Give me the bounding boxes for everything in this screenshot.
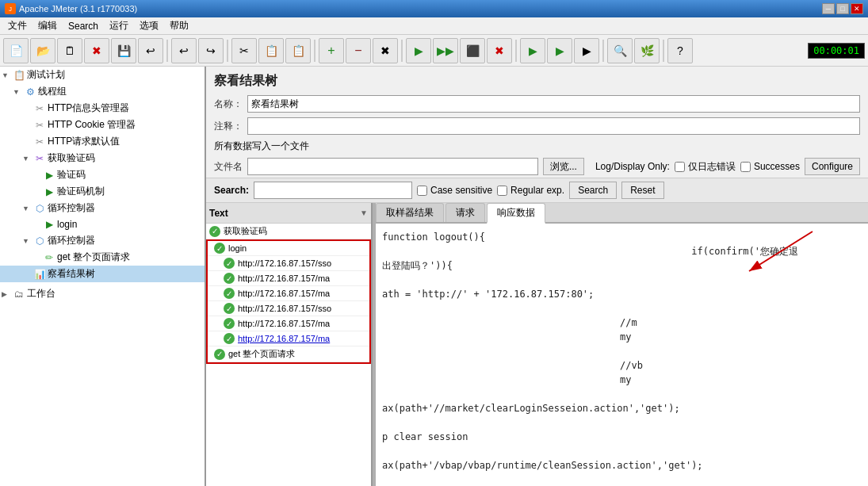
tree-label-http-header: HTTP信息头管理器 [48,101,129,115]
minimize-button[interactable]: ─ [822,3,835,14]
tree-item-results-tree[interactable]: 📊 察看结果树 [0,266,205,282]
tree-button[interactable]: 🌿 [634,38,660,63]
list-item-sub6[interactable]: ✓ http://172.16.87.157/ma [208,331,369,346]
menu-help[interactable]: 帮助 [165,17,193,34]
list-item-sub3[interactable]: ✓ http://172.16.87.157/ma [208,286,369,301]
list-item-login[interactable]: ✓ login [208,241,369,256]
status-ok-icon: ✓ [224,333,235,344]
remote3-button[interactable]: ▶ [574,38,599,63]
cut-button[interactable]: ✂ [231,38,257,63]
workbench-icon: 🗂 [13,288,25,300]
code-area[interactable]: function logout(){ if(confirm('您确定退 出登陆吗… [376,224,868,486]
list-dropdown-icon[interactable]: ▼ [360,209,368,217]
maximize-button[interactable]: □ [836,3,849,14]
run-start-button[interactable]: ▶▶ [433,38,458,63]
code-line-15: p clear session [382,430,862,444]
errors-only-checkbox-group[interactable]: 仅日志错误 [675,160,736,174]
regular-exp-checkbox[interactable] [497,186,507,196]
tree-item-auth[interactable]: ▼ ✂ 获取验证码 [0,150,205,166]
help-button[interactable]: ? [667,38,693,63]
redo-button[interactable]: ↪ [198,38,224,63]
reset-button[interactable]: Reset [621,182,663,199]
list-items: ✓ 获取验证码 ✓ login ✓ http [206,224,371,486]
code-line-10: //vb [382,358,862,373]
menu-run[interactable]: 运行 [105,17,133,34]
menu-options[interactable]: 选项 [135,17,163,34]
tree-item-workbench[interactable]: ▶ 🗂 工作台 [0,285,205,302]
configure-button[interactable]: Configure [805,158,860,175]
tab-request[interactable]: 请求 [445,203,485,222]
menu-file[interactable]: 文件 [3,17,32,34]
menu-edit[interactable]: 编辑 [33,17,62,34]
tree-item-login[interactable]: ▶ login [0,216,205,232]
new-button[interactable]: 📄 [3,38,29,63]
errors-only-label: 仅日志错误 [688,160,736,174]
save-button[interactable]: 💾 [111,38,136,63]
list-item-sub1[interactable]: ✓ http://172.16.87.157/sso [208,256,369,271]
list-item-sub3-label: http://172.16.87.157/ma [238,289,330,298]
errors-only-checkbox[interactable] [675,162,685,172]
sep2 [227,40,228,62]
case-sensitive-checkbox[interactable] [417,186,427,196]
tab-sampler-result[interactable]: 取样器结果 [376,203,444,222]
loop2-icon: ⬡ [33,235,46,247]
copy-button[interactable]: 📋 [258,38,284,63]
stop-now-button[interactable]: ✖ [487,38,512,63]
save-template-button[interactable]: 🗒 [57,38,82,63]
add-button[interactable]: + [319,38,344,63]
case-sensitive-group[interactable]: Case sensitive [417,185,492,196]
timer-display: 00:00:01 [808,43,865,59]
list-item-get-page[interactable]: ✓ get 整个页面请求 [208,346,369,362]
find-button[interactable]: 🔍 [607,38,633,63]
tree-item-thread-group[interactable]: ▼ ⚙ 线程组 [0,83,205,100]
paste-button[interactable]: 📋 [285,38,311,63]
search-button[interactable]: Search [569,182,617,199]
http-cookie-icon: ✂ [33,119,46,132]
auth-icon: ✂ [33,152,46,165]
list-item-sub4[interactable]: ✓ http://172.16.87.157/sso [208,301,369,316]
file-section-label-row: 所有数据写入一个文件 [206,137,868,155]
comment-label: 注释： [214,120,243,133]
tree-item-loop2[interactable]: ▼ ⬡ 循环控制器 [0,232,205,249]
stop-button[interactable]: ⬛ [460,38,485,63]
red-box-group: ✓ login ✓ http://172.16.87.157/sso ✓ htt… [206,239,371,364]
search-input[interactable] [254,182,412,199]
tree-item-get-page[interactable]: ✏ get 整个页面请求 [0,249,205,266]
filename-input[interactable] [247,158,538,175]
successes-checkbox[interactable] [740,162,751,172]
tree-item-http-cookie[interactable]: ✂ HTTP Cookie 管理器 [0,117,205,133]
successes-checkbox-group[interactable]: Successes [740,161,800,172]
log-display-label: Log/Display Only: [595,161,670,172]
search-row: Search: Case sensitive Regular exp. Sear… [206,178,868,203]
sep4 [401,40,403,62]
run-button[interactable]: ▶ [406,38,431,63]
remote2-button[interactable]: ▶ [547,38,572,63]
open-button[interactable]: 📂 [30,38,55,63]
browse-button[interactable]: 浏览... [543,158,584,175]
right-panel: 察看结果树 名称： 注释： 所有数据写入一个文件 文件名 浏览... Log/D… [206,67,868,486]
tree-item-verify-mech[interactable]: ▶ 验证码机制 [0,183,205,200]
tree-item-loop1[interactable]: ▼ ⬡ 循环控制器 [0,200,205,216]
tree-item-verify-code[interactable]: ▶ 验证码 [0,166,205,183]
tree-item-http-header[interactable]: ✂ HTTP信息头管理器 [0,100,205,117]
revert-button[interactable]: ↩ [138,38,163,63]
regular-exp-group[interactable]: Regular exp. [497,185,564,196]
menu-search[interactable]: Search [63,19,103,33]
clear-button[interactable]: ✖ [373,38,398,63]
remote-run-button[interactable]: ▶ [520,38,545,63]
comment-input[interactable] [247,117,860,135]
list-item-sub5[interactable]: ✓ http://172.16.87.157/ma [208,316,369,331]
stop-x-button[interactable]: ✖ [84,38,109,63]
list-item-auth[interactable]: ✓ 获取验证码 [206,224,371,239]
name-input[interactable] [247,95,860,113]
close-button[interactable]: ✕ [851,3,863,14]
successes-label: Successes [754,161,800,172]
toolbar: 📄 📂 🗒 ✖ 💾 ↩ ↩ ↪ ✂ 📋 📋 + − ✖ ▶ ▶▶ ⬛ ✖ ▶ ▶… [0,35,868,67]
list-item-sub2[interactable]: ✓ http://172.16.87.157/ma [208,271,369,286]
remove-button[interactable]: − [346,38,371,63]
tab-response-data[interactable]: 响应数据 [487,203,545,224]
tree-item-test-plan[interactable]: ▼ 📋 测试计划 [0,67,205,83]
undo-button[interactable]: ↩ [171,38,197,63]
status-ok-icon: ✓ [214,349,225,360]
tree-item-http-defaults[interactable]: ✂ HTTP请求默认值 [0,133,205,150]
